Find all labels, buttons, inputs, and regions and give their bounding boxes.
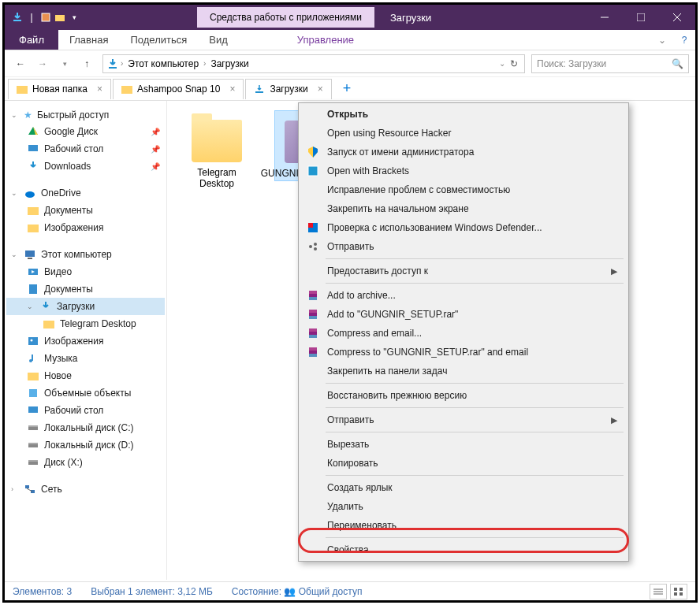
context-menu-item[interactable]: Compress and email... [300, 324, 627, 343]
tree-this-pc[interactable]: ⌄Этот компьютер [6, 246, 165, 263]
tree-network[interactable]: ›Сеть [6, 481, 165, 498]
icons-view-button[interactable] [670, 584, 687, 599]
context-menu-item[interactable]: Add to archive... [300, 286, 627, 305]
breadcrumb-segment[interactable]: Загрузки [207, 57, 251, 71]
pin-icon: 📌 [151, 162, 160, 171]
back-button[interactable]: ← [11, 54, 30, 73]
tree-item[interactable]: Новое [6, 367, 165, 384]
tree-item[interactable]: ⌄Загрузки [6, 298, 165, 315]
star-icon: ★ [24, 109, 32, 121]
close-button[interactable] [659, 5, 695, 30]
close-tab-icon[interactable]: × [229, 84, 235, 95]
search-icon: 🔍 [672, 58, 683, 69]
tree-item[interactable]: Telegram Desktop [6, 315, 165, 332]
breadcrumb-segment[interactable]: Этот компьютер [125, 57, 202, 71]
context-menu-item[interactable]: Вырезать [300, 435, 627, 454]
share-icon [307, 240, 319, 253]
maximize-button[interactable] [623, 5, 659, 30]
ribbon-tab-view[interactable]: Вид [198, 30, 239, 50]
navigation-tree: ⌄★Быстрый доступ Google Диск📌 Рабочий ст… [5, 101, 167, 580]
recent-dropdown-icon[interactable]: ▾ [55, 54, 74, 73]
tree-item[interactable]: Видео [6, 263, 165, 280]
tree-onedrive[interactable]: ⌄OneDrive [6, 184, 165, 202]
new-tab-button[interactable]: + [333, 79, 361, 99]
svg-rect-49 [308, 223, 313, 228]
svg-marker-46 [313, 147, 318, 158]
search-input[interactable]: Поиск: Загрузки 🔍 [531, 54, 689, 73]
tree-item[interactable]: Диск (X:) [6, 454, 165, 471]
tree-item-gdrive[interactable]: Google Диск📌 [6, 123, 165, 140]
svg-rect-34 [28, 460, 38, 462]
context-menu-item[interactable]: Открыть [300, 105, 627, 124]
ribbon-tab-share[interactable]: Поделиться [119, 30, 198, 50]
ribbon-tab-home[interactable]: Главная [58, 30, 119, 50]
ribbon-tab-manage[interactable]: Управление [286, 30, 365, 50]
context-menu-item[interactable]: Закрепить на начальном экране [300, 199, 627, 218]
context-menu-item[interactable]: Создать ярлык [300, 478, 627, 497]
tree-item[interactable]: Музыка [6, 350, 165, 367]
refresh-icon[interactable]: ↻ [507, 58, 521, 69]
minimize-button[interactable] [586, 5, 623, 30]
folder-tab[interactable]: Ashampoo Snap 10× [113, 79, 244, 99]
tree-item[interactable]: Локальный диск (D:) [6, 436, 165, 454]
file-menu[interactable]: Файл [5, 30, 58, 50]
context-menu-item[interactable]: Копировать [300, 454, 627, 473]
context-menu-item[interactable]: Запуск от имени администратора [300, 143, 627, 161]
properties-icon[interactable] [39, 11, 52, 24]
context-menu-item[interactable]: Open using Resource Hacker [300, 124, 627, 143]
close-tab-icon[interactable]: × [97, 84, 102, 95]
folder-tab[interactable]: Загрузки× [245, 79, 331, 99]
status-state: Состояние: 👥 Общий доступ [232, 586, 363, 597]
svg-rect-15 [28, 225, 39, 232]
context-menu-item[interactable]: Исправление проблем с совместимостью [300, 180, 627, 199]
pin-icon: 📌 [151, 128, 160, 136]
svg-rect-63 [309, 347, 317, 351]
context-menu-item[interactable]: Восстановить прежнюю версию [300, 386, 627, 405]
folder-icon [27, 204, 39, 217]
context-menu-item[interactable]: Закрепить на панели задач [300, 362, 627, 380]
file-item-folder[interactable]: Telegram Desktop [181, 110, 252, 191]
gdrive-icon [27, 125, 39, 138]
tree-item[interactable]: Документы [6, 202, 165, 219]
folder-tab[interactable]: Новая папка× [8, 79, 111, 99]
context-menu-item[interactable]: Предоставить доступ к▶ [300, 262, 627, 280]
up-button[interactable]: ↑ [77, 54, 96, 73]
tree-item[interactable]: Документы [6, 280, 165, 298]
context-menu-item[interactable]: Open with Brackets [300, 161, 627, 180]
context-menu-item[interactable]: Compress to "GUNGNIR_SETUP.rar" and emai… [300, 343, 627, 362]
forward-button[interactable]: → [33, 54, 52, 73]
tree-item[interactable]: Изображения [6, 332, 165, 350]
tree-item-downloads[interactable]: Downloads📌 [6, 158, 165, 175]
svg-rect-27 [29, 389, 37, 397]
shield-icon [307, 146, 319, 158]
context-menu-item[interactable]: Отправить [300, 237, 627, 256]
tree-item-desktop[interactable]: Рабочий стол📌 [6, 140, 165, 158]
folder-icon[interactable] [54, 11, 66, 24]
close-tab-icon[interactable]: × [318, 84, 323, 95]
context-menu-item[interactable]: Удалить [300, 497, 627, 516]
address-bar[interactable]: › Этот компьютер › Загрузки ⌄ ↻ [102, 54, 525, 73]
tree-quick-access[interactable]: ⌄★Быстрый доступ [6, 107, 165, 123]
folder-icon [43, 317, 55, 330]
folder-icon [17, 84, 28, 94]
help-icon[interactable]: ? [673, 30, 695, 50]
desktop-icon [27, 404, 39, 417]
tree-item[interactable]: Локальный диск (C:) [6, 419, 165, 436]
ribbon-tabs: Файл Главная Поделиться Вид Управление ⌄… [5, 30, 695, 50]
svg-point-13 [25, 191, 35, 198]
context-menu-item[interactable]: Свойства [300, 540, 627, 559]
details-view-button[interactable] [650, 584, 667, 599]
ribbon-expand-icon[interactable]: ⌄ [651, 30, 673, 50]
context-menu-item[interactable]: Add to "GUNGNIR_SETUP.rar" [300, 305, 627, 324]
svg-rect-6 [109, 67, 117, 69]
tree-item[interactable]: Объемные объекты [6, 384, 165, 402]
qat-dropdown-icon[interactable]: ▾ [68, 11, 80, 24]
context-menu-item[interactable]: Отправить▶ [300, 410, 627, 429]
doc-icon [27, 283, 39, 295]
tree-item[interactable]: Изображения [6, 219, 165, 236]
tree-item[interactable]: Рабочий стол [6, 402, 165, 419]
address-history-icon[interactable]: ⌄ [499, 59, 505, 68]
rar-icon [307, 289, 319, 302]
context-menu-item[interactable]: Переименовать [300, 516, 627, 535]
context-menu-item[interactable]: Проверка с использованием Windows Defend… [300, 218, 627, 237]
